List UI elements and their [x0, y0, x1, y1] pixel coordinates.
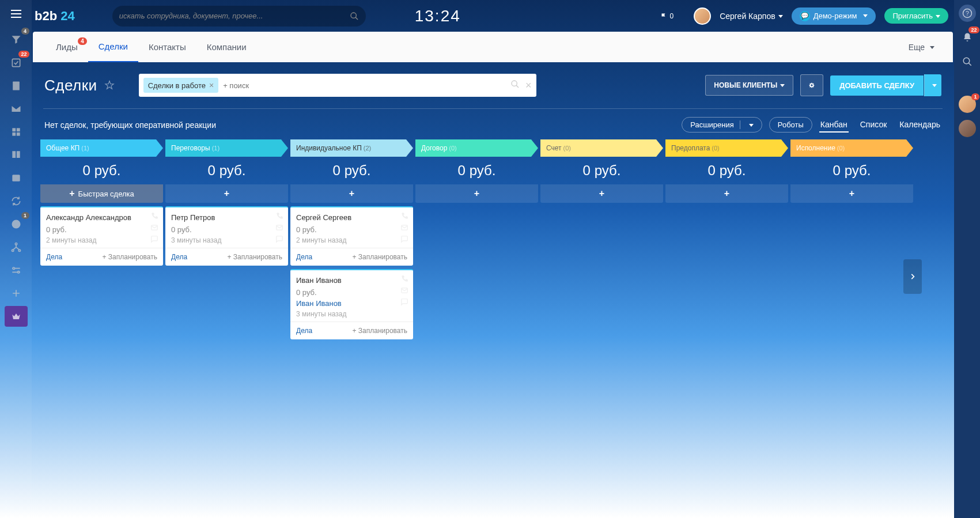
tab-Контакты[interactable]: Контакты	[138, 32, 196, 62]
column-header[interactable]: Предоплата(0)	[665, 139, 788, 157]
sidebar-crown[interactable]	[5, 306, 28, 327]
invite-button[interactable]: Пригласить	[884, 8, 948, 24]
phone-icon[interactable]	[150, 212, 158, 220]
column-header[interactable]: Индивидуальное КП(2)	[290, 139, 413, 157]
add-deal-dropdown[interactable]	[924, 74, 941, 96]
add-card-button[interactable]: +	[415, 184, 538, 203]
notifications-button[interactable]: 22	[959, 29, 976, 46]
card-time: 3 минуты назад	[171, 236, 282, 244]
flag-counter[interactable]: 0	[660, 12, 673, 20]
chat-icon[interactable]	[400, 235, 408, 243]
deal-card[interactable]: Иван Иванов0 руб.Иван Иванов3 минуты наз…	[290, 269, 413, 339]
add-card-button[interactable]: +	[790, 184, 913, 203]
close-icon[interactable]: ×	[209, 81, 214, 90]
sidebar-sitemap[interactable]	[5, 237, 28, 258]
mail-icon[interactable]	[400, 224, 408, 232]
card-plan-link[interactable]: + Запланировать	[352, 253, 407, 261]
add-card-button[interactable]: +	[165, 184, 288, 203]
phone-icon[interactable]	[275, 212, 283, 220]
contact-avatar-2[interactable]	[959, 120, 976, 137]
svg-point-7	[14, 177, 16, 179]
sidebar-book[interactable]	[5, 145, 28, 165]
search-input[interactable]	[119, 12, 350, 20]
view-Список[interactable]: Список	[859, 118, 888, 133]
filter-tag[interactable]: Сделки в работе×	[143, 78, 219, 93]
filter-input[interactable]	[218, 81, 510, 90]
filter-box[interactable]: Сделки в работе× ×	[139, 74, 536, 97]
badge: 4	[21, 28, 29, 35]
sidebar-settings[interactable]	[5, 260, 28, 281]
hamburger-icon[interactable]	[9, 7, 23, 21]
demo-button[interactable]: 💬 Демо-режим	[792, 7, 876, 25]
card-tasks-link[interactable]: Дела	[46, 253, 62, 261]
tab-Компании[interactable]: Компании	[196, 32, 257, 62]
chat-icon[interactable]	[150, 235, 158, 243]
add-card-button[interactable]: +	[290, 184, 413, 203]
sidebar-tasks[interactable]: 22	[5, 52, 28, 73]
chat-icon[interactable]	[275, 235, 283, 243]
tab-Сделки[interactable]: Сделки	[88, 32, 138, 62]
help-button[interactable]: ?	[959, 5, 976, 22]
search-button[interactable]	[959, 53, 976, 70]
chevron-down-icon	[863, 14, 868, 17]
svg-point-14	[351, 13, 356, 18]
sidebar-apps[interactable]	[5, 122, 28, 142]
phone-icon[interactable]	[400, 275, 408, 283]
sidebar-time[interactable]: 1	[5, 214, 28, 235]
scroll-right-button[interactable]	[903, 259, 922, 294]
close-icon[interactable]: ×	[525, 80, 532, 92]
column-sum: 0 руб.	[290, 157, 413, 184]
card-tasks-link[interactable]: Дела	[296, 253, 312, 261]
column-header[interactable]: Договор(0)	[415, 139, 538, 157]
tab-Лиды[interactable]: Лиды4	[46, 32, 88, 62]
sidebar-mail[interactable]	[5, 99, 28, 119]
mail-icon[interactable]	[400, 286, 408, 294]
extensions-button[interactable]: Расширения	[682, 117, 762, 133]
view-Канбан[interactable]: Канбан	[819, 118, 849, 133]
add-card-button[interactable]: +	[540, 184, 663, 203]
add-card-button[interactable]: +	[665, 184, 788, 203]
sidebar-sync[interactable]	[5, 191, 28, 211]
column-header[interactable]: Счет(0)	[540, 139, 663, 157]
kanban-column: Исполнение(0)0 руб.+	[790, 139, 913, 339]
new-clients-button[interactable]: НОВЫЕ КЛИЕНТЫ	[705, 75, 793, 96]
svg-point-10	[12, 249, 13, 251]
global-search[interactable]	[112, 6, 366, 27]
quick-add-button[interactable]: +Быстрая сделка	[40, 184, 163, 203]
phone-icon[interactable]	[400, 212, 408, 220]
add-deal-button[interactable]: ДОБАВИТЬ СДЕЛКУ	[830, 75, 924, 96]
user-menu[interactable]: Сергей Карпов	[720, 12, 783, 21]
header: b2b 24 13:24 0 Сергей Карпов 💬 Демо-режи…	[32, 0, 954, 32]
tab-more[interactable]: Еще	[903, 43, 940, 52]
card-tasks-link[interactable]: Дела	[296, 327, 312, 335]
sidebar-plus[interactable]	[5, 283, 28, 304]
badge: 1	[21, 212, 29, 219]
star-icon[interactable]	[104, 80, 115, 90]
deal-card[interactable]: Петр Петров0 руб.3 минуты назадДела+ Зап…	[165, 206, 288, 266]
mail-icon[interactable]	[150, 224, 158, 232]
sidebar-doc[interactable]	[5, 75, 28, 96]
deal-card[interactable]: Сергей Сергеев0 руб.2 минуты назадДела+ …	[290, 206, 413, 266]
column-header[interactable]: Исполнение(0)	[790, 139, 913, 157]
settings-button[interactable]	[800, 74, 823, 96]
column-header[interactable]: Общее КП(1)	[40, 139, 163, 157]
user-avatar[interactable]	[694, 7, 711, 25]
mail-icon[interactable]	[275, 224, 283, 232]
card-contact-link[interactable]: Иван Иванов	[296, 299, 407, 308]
card-tasks-link[interactable]: Дела	[171, 253, 187, 261]
main: b2b 24 13:24 0 Сергей Карпов 💬 Демо-режи…	[32, 0, 954, 518]
card-plan-link[interactable]: + Запланировать	[352, 327, 407, 335]
card-plan-link[interactable]: + Запланировать	[102, 253, 157, 261]
robots-button[interactable]: Роботы	[769, 117, 812, 133]
logo[interactable]: b2b 24	[35, 9, 75, 24]
card-plan-link[interactable]: + Запланировать	[227, 253, 282, 261]
sidebar-contact[interactable]	[5, 168, 28, 188]
sidebar-funnel[interactable]: 4	[5, 29, 28, 50]
contact-avatar-1[interactable]: 1	[959, 96, 976, 113]
search-icon[interactable]	[510, 80, 520, 89]
column-header[interactable]: Переговоры(1)	[165, 139, 288, 157]
deal-card[interactable]: Александр Александров0 руб.2 минуты наза…	[40, 206, 163, 266]
chevron-right-icon	[909, 271, 917, 282]
chat-icon[interactable]	[400, 298, 408, 306]
view-Календарь[interactable]: Календарь	[898, 118, 941, 133]
